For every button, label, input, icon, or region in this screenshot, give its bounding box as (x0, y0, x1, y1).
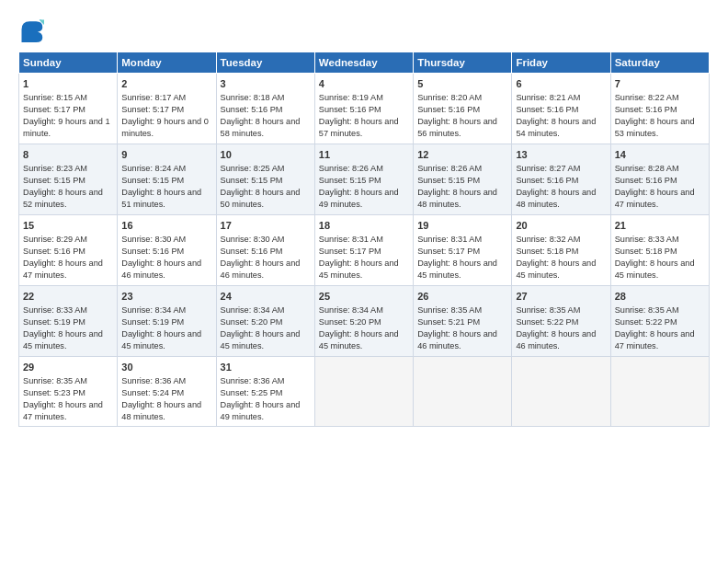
day-info: Sunset: 5:17 PM (121, 105, 184, 114)
day-number: 5 (417, 77, 507, 91)
day-info: Sunset: 5:19 PM (23, 317, 85, 327)
day-info: Sunrise: 8:34 AM (121, 305, 186, 315)
cell-week3-saturday: 21Sunrise: 8:33 AM Sunset: 5:18 PM Dayli… (610, 214, 709, 285)
day-info: Daylight: 8 hours (615, 188, 678, 197)
day-info: Daylight: 8 hours (221, 117, 284, 126)
cell-week3-wednesday: 18Sunrise: 8:31 AM Sunset: 5:17 PM Dayli… (314, 214, 413, 285)
calendar-header-row: SundayMondayTuesdayWednesdayThursdayFrid… (19, 52, 710, 74)
day-number: 29 (23, 361, 113, 374)
cell-week3-monday: 16Sunrise: 8:30 AM Sunset: 5:16 PM Dayli… (118, 214, 216, 285)
day-info: Sunrise: 8:18 AM (221, 93, 285, 102)
day-info: Daylight: 8 hours (417, 329, 481, 339)
page: SundayMondayTuesdayWednesdayThursdayFrid… (0, 0, 728, 563)
day-number: 10 (221, 148, 311, 162)
day-info: Sunset: 5:19 PM (121, 317, 184, 327)
day-info: Sunset: 5:16 PM (516, 105, 578, 114)
day-info: Sunrise: 8:33 AM (615, 235, 679, 244)
cell-week4-saturday: 28Sunrise: 8:35 AM Sunset: 5:22 PM Dayli… (610, 285, 709, 356)
col-header-friday: Friday (512, 52, 610, 74)
day-info: Sunrise: 8:22 AM (615, 93, 679, 102)
cell-week5-friday (512, 356, 610, 427)
day-info: Sunrise: 8:30 AM (121, 235, 186, 244)
day-info: Sunrise: 8:20 AM (417, 93, 482, 102)
day-info: Sunset: 5:18 PM (615, 247, 677, 256)
day-info: Sunrise: 8:32 AM (516, 235, 580, 244)
cell-week3-thursday: 19Sunrise: 8:31 AM Sunset: 5:17 PM Dayli… (414, 214, 512, 285)
cell-week4-friday: 27Sunrise: 8:35 AM Sunset: 5:22 PM Dayli… (512, 285, 610, 356)
day-info: Sunrise: 8:27 AM (516, 164, 580, 173)
day-info: Daylight: 8 hours (417, 188, 481, 197)
day-info: Sunset: 5:15 PM (417, 176, 480, 185)
day-info: Sunset: 5:23 PM (23, 388, 85, 397)
day-info: Daylight: 8 hours (516, 259, 579, 268)
day-info: Sunset: 5:16 PM (221, 247, 283, 256)
day-info: Daylight: 8 hours (121, 188, 185, 197)
day-info: Sunset: 5:15 PM (121, 176, 184, 185)
day-info: Sunrise: 8:17 AM (121, 93, 186, 102)
cell-week3-sunday: 15Sunrise: 8:29 AM Sunset: 5:16 PM Dayli… (19, 214, 118, 285)
day-info: Sunset: 5:16 PM (121, 247, 184, 256)
cell-week4-sunday: 22Sunrise: 8:33 AM Sunset: 5:19 PM Dayli… (19, 285, 118, 356)
col-header-wednesday: Wednesday (314, 52, 413, 74)
day-info: Sunrise: 8:35 AM (23, 376, 87, 385)
day-info: Daylight: 8 hours (516, 117, 579, 126)
cell-week1-thursday: 5Sunrise: 8:20 AM Sunset: 5:16 PM Daylig… (414, 74, 512, 144)
day-info: Daylight: 8 hours (319, 117, 382, 126)
day-info: Sunset: 5:20 PM (319, 317, 381, 327)
day-number: 15 (23, 219, 113, 233)
day-number: 28 (615, 290, 705, 304)
day-number: 26 (417, 290, 507, 304)
day-info: Sunrise: 8:15 AM (23, 93, 87, 102)
day-number: 23 (121, 290, 211, 304)
day-info: Daylight: 8 hours (516, 329, 579, 339)
cell-week1-wednesday: 4Sunrise: 8:19 AM Sunset: 5:16 PM Daylig… (314, 74, 413, 144)
day-info: Daylight: 8 hours (615, 259, 678, 268)
day-number: 21 (615, 219, 705, 233)
day-number: 19 (417, 219, 507, 233)
day-info: Sunrise: 8:36 AM (121, 376, 186, 385)
day-number: 4 (319, 77, 409, 91)
day-info: Sunrise: 8:31 AM (417, 235, 482, 244)
logo (18, 17, 48, 42)
day-info: Sunset: 5:16 PM (615, 105, 677, 114)
day-info: Daylight: 8 hours (121, 400, 185, 409)
day-number: 30 (121, 361, 211, 374)
day-number: 14 (615, 148, 705, 162)
day-info: Sunrise: 8:36 AM (221, 376, 285, 385)
header (18, 17, 710, 42)
day-number: 25 (319, 290, 409, 304)
day-number: 6 (516, 77, 606, 91)
day-info: Sunset: 5:18 PM (516, 247, 578, 256)
day-number: 18 (319, 219, 409, 233)
week-row-5: 29Sunrise: 8:35 AM Sunset: 5:23 PM Dayli… (19, 356, 710, 427)
day-number: 27 (516, 290, 606, 304)
day-info: Daylight: 8 hours (516, 188, 579, 197)
day-info: Sunset: 5:16 PM (516, 176, 578, 185)
cell-week3-friday: 20Sunrise: 8:32 AM Sunset: 5:18 PM Dayli… (512, 214, 610, 285)
day-info: Sunrise: 8:28 AM (615, 164, 679, 173)
day-info: Sunset: 5:17 PM (319, 247, 381, 256)
day-info: Daylight: 9 hours (23, 117, 86, 126)
day-number: 8 (23, 148, 113, 162)
day-info: Sunset: 5:15 PM (221, 176, 283, 185)
cell-week5-thursday (414, 356, 512, 427)
day-number: 24 (221, 290, 311, 304)
cell-week4-wednesday: 25Sunrise: 8:34 AM Sunset: 5:20 PM Dayli… (314, 285, 413, 356)
day-info: Sunset: 5:22 PM (516, 317, 578, 327)
day-number: 20 (516, 219, 606, 233)
week-row-3: 15Sunrise: 8:29 AM Sunset: 5:16 PM Dayli… (19, 214, 710, 285)
day-info: Sunset: 5:15 PM (319, 176, 381, 185)
day-number: 16 (121, 219, 211, 233)
cell-week2-tuesday: 10Sunrise: 8:25 AM Sunset: 5:15 PM Dayli… (216, 144, 314, 214)
day-number: 9 (121, 148, 211, 162)
day-info: Sunset: 5:21 PM (417, 317, 480, 327)
calendar-body: 1Sunrise: 8:15 AM Sunset: 5:17 PM Daylig… (19, 74, 710, 427)
day-info: Sunset: 5:25 PM (221, 388, 283, 397)
day-info: Sunrise: 8:35 AM (615, 305, 679, 315)
day-info: Daylight: 8 hours (121, 329, 185, 339)
col-header-monday: Monday (118, 52, 216, 74)
day-info: Sunrise: 8:26 AM (319, 164, 383, 173)
day-info: Sunset: 5:15 PM (23, 176, 85, 185)
cell-week1-saturday: 7Sunrise: 8:22 AM Sunset: 5:16 PM Daylig… (610, 74, 709, 144)
day-info: Daylight: 8 hours (319, 329, 382, 339)
